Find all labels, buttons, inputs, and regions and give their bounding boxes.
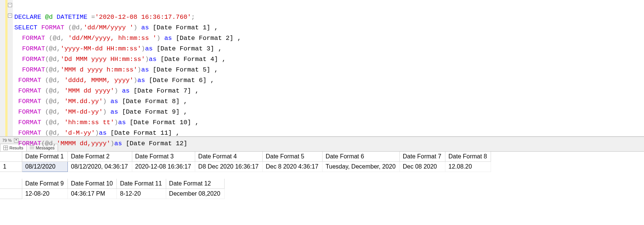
code-token: ) <box>156 35 164 42</box>
results-table-part1[interactable]: Date Format 1 Date Format 2 Date Format … <box>0 152 491 172</box>
code-token: FORMAT <box>22 45 45 52</box>
code-token: 'dddd, MMMM, yyyy' <box>64 77 134 84</box>
grid-cell[interactable]: December 08,2020 <box>166 189 224 199</box>
code-token: as <box>141 24 149 31</box>
code-token: [Date Format 7] , <box>130 87 199 94</box>
code-token: [Date Format 9] , <box>118 108 187 116</box>
code-token: (@d, <box>45 35 68 42</box>
code-token: as <box>99 129 106 137</box>
table-row[interactable]: 12-08-20 04:36:17 PM 8-12-20 December 08… <box>0 189 224 199</box>
code-token: FORMAT <box>18 140 41 147</box>
code-token: [Date Format 5] , <box>149 66 218 73</box>
editor-gutter-breakpoint[interactable] <box>2 0 5 136</box>
grid-corner[interactable] <box>0 179 22 189</box>
code-token: FORMAT <box>18 77 41 84</box>
column-header[interactable]: Date Format 8 <box>445 152 491 162</box>
code-token: FORMAT <box>18 129 41 137</box>
code-area[interactable]: DECLARE @d DATETIME ='2020-12-08 16:36:1… <box>13 0 241 136</box>
code-token: as <box>110 98 118 105</box>
grid-cell[interactable]: D8 Dec 2020 16:36:17 <box>195 162 263 172</box>
editor-gutter-outline[interactable]: − − <box>8 0 13 136</box>
column-header[interactable]: Date Format 11 <box>117 179 166 189</box>
zoom-level: 79 % <box>1 138 13 143</box>
row-number[interactable] <box>0 189 22 199</box>
code-token: ) <box>133 77 137 84</box>
column-header[interactable]: Date Format 1 <box>22 152 68 162</box>
code-token: as <box>122 87 130 94</box>
code-token: 'd-M-yy' <box>64 129 95 137</box>
grid-cell[interactable]: 04:36:17 PM <box>68 189 117 199</box>
column-header[interactable]: Date Format 6 <box>322 152 399 162</box>
code-token: (@d, <box>45 66 61 73</box>
code-token: ) <box>141 45 145 52</box>
code-token: (@d, <box>41 108 64 116</box>
code-token: '2020-12-08 16:36:17.760' <box>95 14 191 21</box>
grid-cell[interactable]: 12.08.20 <box>445 162 491 172</box>
grid-cell[interactable]: 12-08-20 <box>22 189 68 199</box>
code-token: [Date Format 11] , <box>107 129 180 137</box>
fold-toggle-icon[interactable]: − <box>8 3 12 7</box>
grid-cell[interactable]: Tuesday, December, 2020 <box>322 162 399 172</box>
code-token: ) <box>95 129 99 137</box>
code-token: [Date Format 6] , <box>145 77 214 84</box>
results-table-part2[interactable]: Date Format 9 Date Format 10 Date Format… <box>0 179 225 199</box>
column-header[interactable]: Date Format 5 <box>263 152 323 162</box>
code-token: 'MM.dd.yy' <box>64 98 103 105</box>
table-row[interactable]: 1 08/12/2020 08/12/2020, 04:36:17 2020-1… <box>0 162 491 172</box>
column-header[interactable]: Date Format 3 <box>132 152 195 162</box>
fold-toggle-icon[interactable]: − <box>8 14 12 18</box>
column-header[interactable]: Date Format 10 <box>68 179 117 189</box>
code-token: DATETIME <box>57 14 87 21</box>
code-token: as <box>141 66 149 73</box>
code-token: (@d, <box>41 140 57 147</box>
results-grid[interactable]: Date Format 1 Date Format 2 Date Format … <box>0 152 644 199</box>
code-token: ) <box>114 119 118 126</box>
code-token: FORMAT <box>18 108 41 116</box>
code-token: @d <box>41 14 57 21</box>
code-token: 'MMM dd yyyy' <box>64 87 115 94</box>
grid-cell[interactable]: Dec 08 2020 <box>399 162 445 172</box>
row-number[interactable]: 1 <box>0 162 22 172</box>
code-token: 'Dd MMM yyyy HH:mm:ss' <box>60 56 145 63</box>
code-token: as <box>137 77 145 84</box>
code-token: ; <box>191 14 195 21</box>
code-token: [Date Format 3] , <box>153 45 222 52</box>
grid-icon <box>3 146 8 150</box>
grid-cell[interactable]: 8-12-20 <box>117 189 166 199</box>
grid-cell[interactable]: 2020-12-08 16:36:17 <box>132 162 195 172</box>
grid-cell[interactable]: Dec 8 2020 4:36:17 <box>263 162 323 172</box>
code-token: 'MMMM dd,yyyy' <box>57 140 110 147</box>
code-token: ) <box>137 66 141 73</box>
code-token: ) <box>133 24 141 31</box>
column-header[interactable]: Date Format 4 <box>195 152 263 162</box>
code-token: (@d, <box>41 119 64 126</box>
code-token: ) <box>103 108 110 116</box>
code-token: as <box>149 56 156 63</box>
column-header[interactable]: Date Format 12 <box>166 179 224 189</box>
code-token: ) <box>110 140 114 147</box>
code-token: SELECT <box>14 24 37 31</box>
code-token: [Date Format 4] , <box>156 56 226 63</box>
code-token: 'hh:mm:ss tt' <box>64 119 115 126</box>
code-token: FORMAT <box>22 56 45 63</box>
code-token: as <box>118 119 125 126</box>
code-token: 'MMM d yyyy h:mm:ss' <box>60 66 137 73</box>
code-token: [Date Format 8] , <box>118 98 187 105</box>
code-token: 'MM-dd-yy' <box>64 108 103 116</box>
code-token: as <box>164 35 172 42</box>
column-header[interactable]: Date Format 7 <box>399 152 445 162</box>
code-token: (@d, <box>41 129 64 137</box>
code-token: (@d, <box>45 45 61 52</box>
sql-editor[interactable]: − − DECLARE @d DATETIME ='2020-12-08 16:… <box>0 0 644 137</box>
code-token: ) <box>103 98 110 105</box>
code-token: ) <box>145 56 149 63</box>
code-token: = <box>87 14 95 21</box>
grid-cell[interactable]: 08/12/2020, 04:36:17 <box>68 162 132 172</box>
column-header[interactable]: Date Format 9 <box>22 179 68 189</box>
code-token: (@d, <box>64 24 84 31</box>
grid-cell-selected[interactable]: 08/12/2020 <box>22 162 68 172</box>
code-token: (@d, <box>41 98 64 105</box>
code-token: FORMAT <box>18 87 41 94</box>
code-token: 'dd/MM/yyyy ' <box>84 24 134 31</box>
column-header[interactable]: Date Format 2 <box>68 152 132 162</box>
